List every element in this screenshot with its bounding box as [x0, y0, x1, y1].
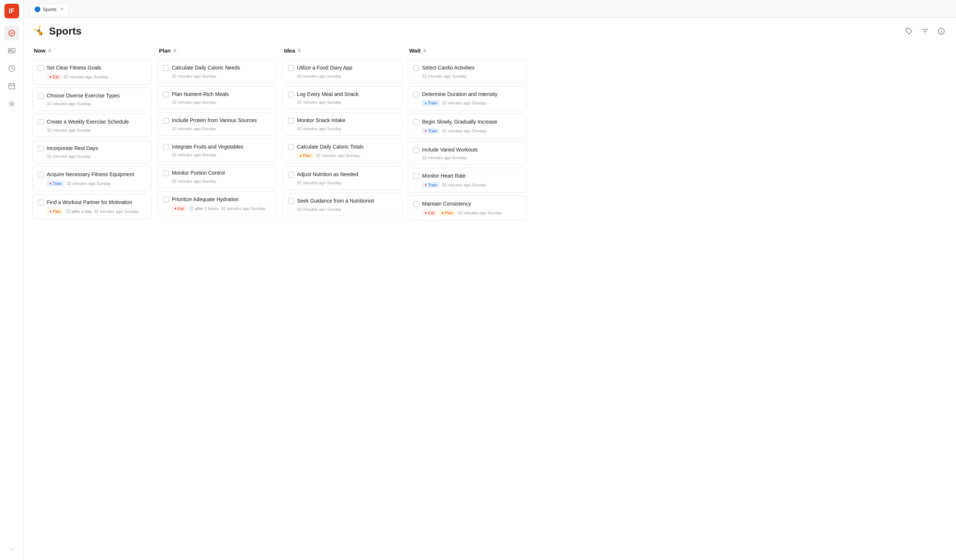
card-i5[interactable]: Adjust Nutrition as Needed32 minutes ago…: [283, 166, 402, 190]
card-checkbox-w3[interactable]: [413, 119, 419, 125]
card-checkbox-w4[interactable]: [413, 147, 419, 153]
card-checkbox-i1[interactable]: [288, 65, 294, 71]
card-checkbox-i2[interactable]: [288, 91, 294, 97]
card-c1[interactable]: Set Clear Fitness Goals● Eat32 minutes a…: [32, 60, 152, 85]
card-i4[interactable]: Calculate Daily Caloric Totals● Plan32 m…: [283, 139, 402, 164]
card-checkbox-c4[interactable]: [38, 146, 44, 152]
card-p3[interactable]: Include Protein from Various Sources32 m…: [157, 112, 277, 136]
card-checkbox-p2[interactable]: [163, 91, 169, 97]
card-w1[interactable]: Select Cardio Activities32 minutes ago S…: [408, 60, 527, 83]
card-meta-p6: ● Eat🕐 after 2 hours32 minutes ago Sunda…: [163, 205, 271, 212]
card-top-c1: Set Clear Fitness Goals: [38, 64, 146, 72]
card-p6[interactable]: Prioritize Adequate Hydration● Eat🕐 afte…: [157, 191, 277, 216]
sidebar-icon-check[interactable]: [5, 26, 19, 41]
card-checkbox-w2[interactable]: [413, 91, 419, 97]
card-w2[interactable]: Determine Duration and Intensity● Train3…: [408, 86, 527, 111]
card-checkbox-p4[interactable]: [163, 144, 169, 150]
sidebar-icon-calendar[interactable]: [5, 79, 19, 93]
filter-icon-button[interactable]: [919, 25, 931, 37]
card-w4[interactable]: Include Varied Workouts32 minutes ago Su…: [408, 141, 527, 165]
card-p1[interactable]: Calculate Daily Caloric Needs32 minutes …: [157, 60, 277, 83]
card-checkbox-c6[interactable]: [38, 200, 44, 205]
sidebar-icon-clock[interactable]: [5, 61, 19, 76]
card-checkbox-w5[interactable]: [413, 173, 419, 179]
tag-train-w2: ● Train: [422, 100, 440, 106]
tag-eat-p6: ● Eat: [172, 205, 187, 212]
card-c6[interactable]: Find a Workout Partner for Motivation● P…: [32, 194, 152, 219]
card-meta-w3: ● Train32 minutes ago Sunday: [413, 128, 521, 134]
card-checkbox-c5[interactable]: [38, 172, 44, 177]
card-checkbox-p3[interactable]: [163, 118, 169, 124]
column-title-plan: Plan: [159, 47, 171, 54]
card-w6[interactable]: Maintain Consistency● Eat● Plan32 minute…: [408, 196, 527, 221]
card-title-w1: Select Cardio Activities: [422, 64, 474, 72]
card-checkbox-c3[interactable]: [38, 119, 44, 125]
sidebar-dots[interactable]: ···: [6, 542, 18, 556]
card-title-c5: Acquire Necessary Fitness Equipment: [47, 171, 134, 178]
card-w5[interactable]: Monitor Heart Rate● Train32 minutes ago …: [408, 168, 527, 193]
card-p2[interactable]: Plan Nutrient-Rich Meals32 minutes ago S…: [157, 86, 277, 110]
page-title: 🤸 Sports: [32, 25, 82, 37]
card-checkbox-i4[interactable]: [288, 144, 294, 150]
card-c5[interactable]: Acquire Necessary Fitness Equipment● Tra…: [32, 166, 152, 191]
app-logo[interactable]: IF: [5, 4, 19, 18]
card-checkbox-c1[interactable]: [38, 65, 44, 71]
card-i1[interactable]: Utilize a Food Diary App32 minutes ago S…: [283, 60, 402, 83]
column-count-plan: 6: [174, 48, 176, 53]
card-top-c4: Incorporate Rest Days: [38, 145, 146, 152]
tag-plan-c6: ● Plan: [47, 209, 63, 214]
card-checkbox-w6[interactable]: [413, 201, 419, 207]
card-meta-c2: 32 minutes ago Sunday: [38, 102, 146, 106]
card-title-w5: Monitor Heart Rate: [422, 173, 465, 180]
card-i6[interactable]: Seek Guidance from a Nutritionist32 minu…: [283, 193, 402, 216]
card-top-p2: Plan Nutrient-Rich Meals: [163, 91, 271, 98]
card-top-p3: Include Protein from Various Sources: [163, 117, 271, 124]
card-title-c6: Find a Workout Partner for Motivation: [47, 199, 132, 206]
card-top-w1: Select Cardio Activities: [413, 64, 521, 72]
tag-eat-w6: ● Eat: [422, 210, 437, 216]
card-p4[interactable]: Integrate Fruits and Vegetables32 minute…: [157, 139, 277, 162]
sidebar-icon-gear[interactable]: [5, 96, 19, 111]
card-w3[interactable]: Begin Slowly, Gradually Increase● Train3…: [408, 114, 527, 139]
card-c3[interactable]: Create a Weekly Exercise Schedule32 minu…: [32, 114, 152, 137]
tab-close-button[interactable]: ✕: [60, 6, 64, 12]
card-checkbox-i6[interactable]: [288, 198, 294, 204]
card-checkbox-i5[interactable]: [288, 172, 294, 177]
card-c4[interactable]: Incorporate Rest Days32 minutes ago Sund…: [32, 140, 152, 164]
card-meta-p2: 32 minutes ago Sunday: [163, 100, 271, 104]
info-icon-button[interactable]: [936, 25, 947, 37]
card-checkbox-p1[interactable]: [163, 65, 169, 71]
tab-sports-icon: 🔵: [34, 6, 41, 12]
card-checkbox-w1[interactable]: [413, 65, 419, 71]
tab-sports[interactable]: 🔵 Sports ✕: [30, 4, 69, 14]
card-time-c4: 32 minutes ago Sunday: [47, 154, 91, 158]
card-title-c1: Set Clear Fitness Goals: [47, 64, 101, 72]
card-title-c4: Incorporate Rest Days: [47, 145, 98, 152]
card-meta-p4: 32 minutes ago Sunday: [163, 152, 271, 157]
card-c2[interactable]: Choose Diverse Exercise Types32 minutes …: [32, 88, 152, 111]
card-i2[interactable]: Log Every Meal and Snack32 minutes ago S…: [283, 86, 402, 110]
card-p5[interactable]: Monitor Portion Control32 minutes ago Su…: [157, 165, 277, 188]
card-meta-c1: ● Eat32 minutes ago Sunday: [38, 74, 146, 80]
card-title-i1: Utilize a Food Diary App: [297, 64, 352, 72]
column-count-idea: 6: [298, 48, 300, 53]
column-header-plan: Plan 6: [157, 44, 277, 56]
card-checkbox-i3[interactable]: [288, 118, 294, 124]
card-time-c1: 32 minutes ago Sunday: [64, 75, 108, 79]
tag-icon-button[interactable]: [903, 25, 915, 37]
card-title-w4: Include Varied Workouts: [422, 146, 478, 154]
tab-sports-label: Sports: [43, 6, 57, 12]
card-meta-p1: 32 minutes ago Sunday: [163, 74, 271, 78]
card-top-w2: Determine Duration and Intensity: [413, 91, 521, 98]
card-top-p5: Monitor Portion Control: [163, 169, 271, 177]
card-checkbox-p6[interactable]: [163, 197, 169, 202]
card-time-w2: 32 minutes ago Sunday: [442, 101, 486, 105]
card-time-c2: 32 minutes ago Sunday: [47, 102, 91, 106]
sidebar-icon-markdown[interactable]: [5, 43, 19, 58]
card-i3[interactable]: Monitor Snack Intake32 minutes ago Sunda…: [283, 112, 402, 136]
card-checkbox-c2[interactable]: [38, 93, 44, 99]
card-time-i6: 32 minutes ago Sunday: [297, 207, 341, 212]
card-checkbox-p5[interactable]: [163, 170, 169, 176]
card-title-w2: Determine Duration and Intensity: [422, 91, 497, 98]
svg-point-0: [9, 30, 15, 36]
